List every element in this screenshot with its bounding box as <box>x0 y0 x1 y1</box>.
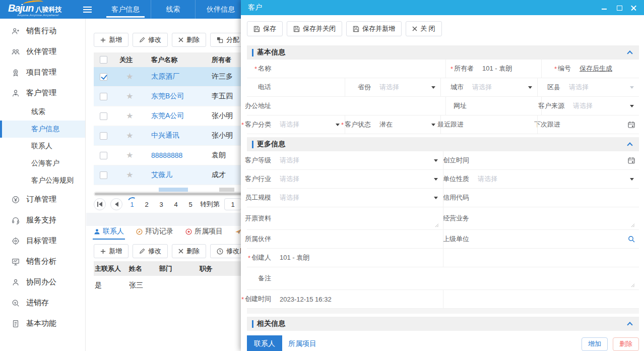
sidebar-item-customer-mgmt[interactable]: 客户管理 <box>0 83 85 103</box>
last-follow-input[interactable] <box>467 115 538 134</box>
sidebar-item-inventory[interactable]: 进销存 <box>0 292 85 313</box>
select-all-checkbox[interactable] <box>100 56 107 64</box>
related-tab-projects[interactable]: 所属项目 <box>282 335 323 351</box>
calendar-icon[interactable] <box>628 157 635 164</box>
website-input[interactable] <box>470 97 542 115</box>
resize-handle-icon[interactable] <box>630 223 635 227</box>
sidebar-item-sales-analysis[interactable]: 销售分析 <box>0 251 85 272</box>
star-icon[interactable]: ★ <box>126 171 133 179</box>
save-and-close-button[interactable]: 保存并关闭 <box>287 21 342 36</box>
nav-tab-customer-info[interactable]: 客户信息 <box>100 0 151 19</box>
sidebar-item-public-pool[interactable]: 公海客户 <box>0 155 85 172</box>
page-number[interactable]: 5 <box>185 201 196 208</box>
close-icon[interactable] <box>630 5 637 11</box>
partner-input[interactable] <box>275 230 443 248</box>
sidebar-item-partner-mgmt[interactable]: 伙伴管理 <box>0 41 85 62</box>
customer-name-link[interactable]: 东莞A公司 <box>151 111 184 120</box>
sidebar-item-project-mgmt[interactable]: 项目管理 <box>0 62 85 83</box>
minimize-icon[interactable] <box>601 5 608 11</box>
delete-button[interactable]: 删除 <box>172 33 206 47</box>
prev-page-button[interactable] <box>110 198 122 210</box>
nav-tab-partner-info[interactable]: 伙伴信息 <box>195 0 246 19</box>
phone-input[interactable] <box>275 78 345 96</box>
related-tab-contacts[interactable]: 联系人 <box>247 335 282 351</box>
save-button[interactable]: 保存 <box>247 21 283 36</box>
nature-select[interactable]: 请选择 <box>473 170 639 188</box>
sidebar-item-pool-rules[interactable]: 客户公海规则 <box>0 172 85 189</box>
star-icon[interactable]: ★ <box>126 73 133 81</box>
remark-textarea[interactable] <box>275 267 639 289</box>
row-checkbox[interactable] <box>100 93 107 100</box>
business-textarea[interactable] <box>473 207 639 229</box>
row-checkbox[interactable] <box>100 73 107 81</box>
sidebar-item-customer-info[interactable]: 客户信息 <box>0 121 85 138</box>
first-page-button[interactable] <box>94 198 106 210</box>
tab-visit-records[interactable]: 拜访记录 <box>136 227 173 240</box>
collapse-chevron-icon[interactable] <box>627 322 632 327</box>
sidebar-item-sales-action[interactable]: 销售行动 <box>0 21 85 41</box>
parent-unit-input[interactable] <box>473 230 639 248</box>
invoice-textarea[interactable] <box>275 207 443 229</box>
sidebar-item-service-support[interactable]: 服务支持 <box>0 210 85 230</box>
staff-select[interactable]: 请选择 <box>275 189 443 207</box>
page-number[interactable]: 3 <box>156 201 166 208</box>
customer-name-link[interactable]: 中兴通讯 <box>151 131 179 139</box>
district-select[interactable]: 请选择 <box>564 78 639 96</box>
contact-edit-button[interactable]: 修改 <box>133 244 168 258</box>
sidebar-item-contacts[interactable]: 联系人 <box>0 138 85 155</box>
address-input[interactable] <box>275 97 446 115</box>
customer-name-link[interactable]: 艾薇儿 <box>151 170 172 179</box>
sidebar-item-basic-functions[interactable]: 基本功能 <box>0 313 85 334</box>
founded-date-input[interactable] <box>473 151 639 169</box>
next-follow-date-input[interactable] <box>564 115 639 134</box>
credit-code-input[interactable] <box>473 189 639 207</box>
customer-name-link[interactable]: 88888888 <box>151 151 182 159</box>
nav-tab-leads[interactable]: 线索 <box>151 0 195 19</box>
industry-select[interactable]: 请选择 <box>275 170 443 188</box>
close-button[interactable]: 关 闭 <box>406 21 442 36</box>
contact-delete-button[interactable]: 删除 <box>172 244 206 258</box>
collapse-chevron-icon[interactable] <box>627 142 632 148</box>
row-checkbox[interactable] <box>100 152 107 159</box>
page-number[interactable]: 4 <box>171 201 181 208</box>
resize-handle-icon[interactable] <box>630 283 635 287</box>
tab-owned-projects[interactable]: 所属项目 <box>185 227 223 240</box>
sidebar-item-leads[interactable]: 线索 <box>0 103 85 121</box>
collapse-chevron-icon[interactable] <box>627 50 632 56</box>
sidebar-item-collab-office[interactable]: 协同办公 <box>0 272 85 292</box>
owner-input[interactable]: 101 - 袁朗 <box>477 60 542 78</box>
customer-name-link[interactable]: 太原酒厂 <box>151 72 179 80</box>
row-checkbox[interactable] <box>100 112 107 120</box>
star-icon[interactable]: ★ <box>126 151 133 159</box>
add-button[interactable]: 新增 <box>94 33 128 47</box>
row-checkbox[interactable] <box>100 171 107 179</box>
tab-contacts[interactable]: 联系人 <box>94 227 124 240</box>
contact-add-button[interactable]: 新增 <box>94 244 128 258</box>
edit-button[interactable]: 修改 <box>133 33 168 47</box>
star-icon[interactable]: ★ <box>126 132 133 140</box>
customer-name-link[interactable]: 东莞B公司 <box>151 92 184 100</box>
source-select[interactable]: 请选择 <box>568 97 639 115</box>
calendar-icon[interactable] <box>628 121 635 128</box>
category-select[interactable]: 请选择 <box>275 115 345 134</box>
level-select[interactable]: 请选择 <box>275 151 443 169</box>
related-delete-button[interactable]: 删除 <box>613 337 639 351</box>
sidebar-item-target-mgmt[interactable]: 目标管理 <box>0 230 85 251</box>
star-icon[interactable]: ★ <box>126 92 133 100</box>
status-select[interactable]: 潜在 <box>374 115 441 134</box>
page-number[interactable]: 2 <box>142 201 152 208</box>
resize-handle-icon[interactable] <box>434 223 439 227</box>
goto-page-input[interactable]: 1 <box>224 198 241 210</box>
search-icon[interactable] <box>628 236 635 243</box>
menu-hamburger-icon[interactable] <box>83 0 100 19</box>
related-add-button[interactable]: 增加 <box>582 337 608 351</box>
save-and-new-button[interactable]: 保存并新增 <box>346 21 402 36</box>
page-number[interactable]: 1 <box>127 201 137 208</box>
name-input[interactable] <box>275 60 446 78</box>
city-select[interactable]: 请选择 <box>467 78 538 96</box>
province-select[interactable]: 请选择 <box>374 78 441 96</box>
row-checkbox[interactable] <box>100 132 107 140</box>
star-icon[interactable]: ★ <box>126 112 133 120</box>
sidebar-item-order-mgmt[interactable]: 订单管理 <box>0 189 85 210</box>
maximize-icon[interactable] <box>616 5 622 11</box>
